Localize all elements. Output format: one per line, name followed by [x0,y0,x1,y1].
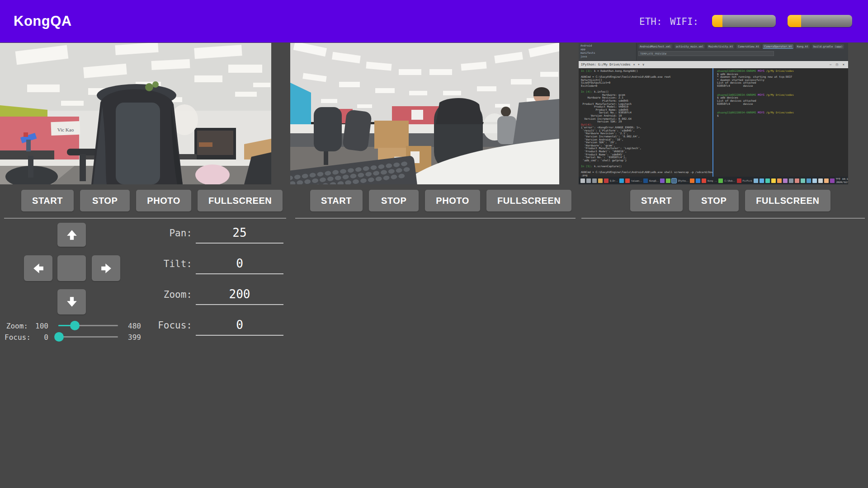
tab-dropdown-icon: ∨ [642,63,644,66]
tilt-value-input[interactable]: 0 [196,257,283,270]
ptz-center-button[interactable] [57,255,86,281]
pan-value-input[interactable]: 25 [196,226,283,239]
ide-window: Androidappmanifestsjava AndroidManifest.… [579,43,848,61]
arrow-down-icon [65,295,79,309]
focus-slider-label: Focus: [5,333,28,342]
taskbar-icon [771,178,776,183]
camera-2-start-button[interactable]: START [310,190,363,211]
taskbar-icon [754,178,758,183]
ipython-pane: In [3]: k = RobotRun.kong.KongADB() ADBC… [579,68,712,177]
ide-search-field: TEMPLATE_PREVIEW [638,51,774,56]
zoom-value-input[interactable]: 200 [196,287,283,301]
camera-2-stop-button[interactable]: STOP [369,190,419,211]
new-tab-icon: + [638,63,640,66]
msys-line: ahuang11@6622B934-6N80MI MSYS /g/My Driv… [717,111,848,114]
terminal-window-title: IPython: G:/My Drive/codes [581,63,631,66]
wifi-progress-fill [788,15,801,27]
msys-line [717,88,848,91]
camera-2-fullscreen-button[interactable]: FULLSCREEN [486,190,571,211]
taskbar-icon [760,178,764,183]
tilt-input-underline [196,273,283,274]
ipython-line: Version SDK: 29 [581,120,712,123]
taskbar-icon-label: Q.Dr.. [610,179,618,182]
camera-2-photo-button[interactable]: PHOTO [425,190,480,211]
camera3-divider [581,218,865,219]
camera-1-stop-button[interactable]: STOP [80,190,130,211]
zoom-slider-track[interactable] [58,325,118,326]
camera2-divider [295,218,576,219]
ide-tab: CameraView.kt [736,44,760,49]
focus-slider-handle[interactable] [54,332,64,342]
pan-field-label: Pan: [136,228,192,239]
camera-3-stop-button[interactable]: STOP [689,190,739,211]
zoom-slider-label: Zoom: [5,322,28,330]
taskbar-icon [643,178,648,183]
ipython-line: SizeOfOutputList=0 [581,81,712,84]
focus-field-label: Focus: [136,320,192,331]
ide-project-item: manifests [580,51,634,55]
zoom-slider-handle[interactable] [70,321,80,330]
focus-slider-min: 0 [28,333,48,342]
taskbar-icon [783,178,788,183]
app-title: KongQA [14,0,72,42]
ide-tab: build.gradle (app) [812,44,844,49]
taskbar-icon [824,178,829,183]
ide-project-item: Android [580,44,634,47]
tilt-field-label: Tilt: [136,258,192,269]
taskbar-icon [592,178,597,183]
ide-tab: activity_main.xml [675,44,705,49]
taskbar-clock: 下午 04:132020/12/2 [836,178,848,183]
taskbar-icon-label: taiwan.. [631,179,642,182]
pan-left-button[interactable] [24,255,52,281]
arrow-left-icon [32,262,45,275]
msys-pane: ahuang11@6622B934-6N80MI MSYS /g/My Driv… [713,68,848,177]
taskbar-icon [812,178,817,183]
ipython-line: .png [581,174,712,177]
wifi-progress-bar [788,15,852,27]
focus-value-input[interactable]: 0 [196,318,283,332]
focus-slider-track[interactable] [58,336,118,338]
taskbar-icon [660,178,665,183]
msys-line [717,105,848,108]
zoom-input-underline [196,304,283,305]
taskbar-icon-label: Kong .. [708,179,717,182]
camera-1-photo-button[interactable]: PHOTO [136,190,191,211]
taskbar-icon [801,178,805,183]
camera-3-fullscreen-button[interactable]: FULLSCREEN [745,190,830,211]
msys-line: 93858fc4 device [717,103,848,106]
taskbar-icon [696,178,700,183]
camera2-button-row: STARTSTOPPHOTOFULLSCREEN [310,190,571,211]
camera2-panorama-scene [290,43,559,184]
taskbar-icon [598,178,603,183]
camera-1-fullscreen-button[interactable]: FULLSCREEN [198,190,283,211]
arrow-right-icon [99,262,113,275]
zoom-slider-min: 100 [28,322,48,330]
camera2-video-feed [290,43,559,184]
ide-tab: AndroidManifest.xml [638,44,672,49]
taskbar-icon [718,178,723,183]
ide-project-item: app [580,47,634,51]
taskbar-icon [702,178,706,183]
msys-line: $ [717,114,848,117]
ide-tab: Kong.kt [796,44,810,49]
camera-3-start-button[interactable]: START [630,190,683,211]
ide-project-tree: Androidappmanifestsjava [579,43,637,61]
ipython-line: ADBCmd = C:\EasyAVEngine\Tools\Android\A… [581,171,712,174]
camera-1-start-button[interactable]: START [21,190,74,211]
tilt-up-button[interactable] [57,223,86,247]
pan-input-underline [196,243,283,244]
camera1-office-scene: Vic Kao [0,43,271,184]
terminal-body: In [3]: k = RobotRun.kong.KongADB() ADBC… [579,68,848,177]
ipython-line: ExitCode=0 [581,84,712,88]
arrow-up-icon [65,228,79,242]
camera1-video-feed: Vic Kao [0,43,271,184]
tilt-down-button[interactable] [57,289,86,314]
zoom-field-label: Zoom: [136,289,192,300]
pan-right-button[interactable] [92,255,120,281]
ide-editor-tabs: AndroidManifest.xmlactivity_main.xmlMain… [638,44,844,49]
taskbar-icon-label: PicPick [743,179,752,182]
wifi-label: WIFI: [670,16,698,27]
camera1-divider [4,218,286,219]
taskbar-icon [604,178,609,183]
taskbar-icon [789,178,793,183]
